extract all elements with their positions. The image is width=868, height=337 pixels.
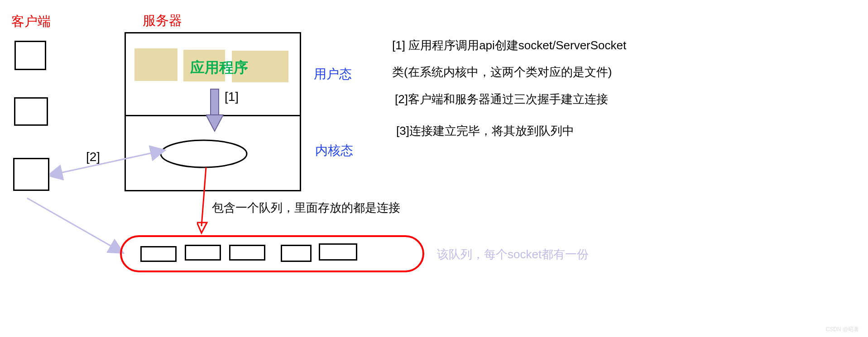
user-mode-label: 用户态 [314, 66, 352, 83]
svg-line-9 [27, 198, 122, 252]
step1-ref: [1] [225, 90, 239, 104]
queue-desc: 包含一个队列，里面存放的都是连接 [212, 200, 400, 216]
kernel-mode-label: 内核态 [315, 142, 353, 159]
client-label: 客户端 [11, 13, 51, 31]
queue-item-5 [319, 243, 357, 261]
svg-rect-0 [211, 89, 219, 117]
explain-3: [3]连接建立完毕，将其放到队列中 [396, 123, 574, 139]
svg-line-5 [54, 152, 158, 174]
svg-line-6 [201, 167, 206, 226]
app-label: 应用程序 [190, 58, 248, 78]
watermark: CSDN @昭著 [825, 326, 859, 333]
client-box-2 [14, 97, 48, 126]
beige-box-1 [134, 48, 177, 81]
queue-item-3 [229, 245, 265, 261]
queue-note: 该队列，每个socket都有一份 [437, 247, 589, 262]
queue-item-2 [185, 245, 221, 261]
svg-point-2 [161, 140, 247, 167]
arrow-1-down-icon [206, 87, 224, 132]
client-box-3 [13, 158, 49, 191]
client-box-1 [14, 41, 46, 70]
explain-2: [2]客户端和服务器通过三次握手建立连接 [395, 91, 608, 107]
server-label: 服务器 [143, 12, 182, 30]
arrow-client-queue-icon [23, 194, 131, 261]
kernel-ellipse-icon [158, 138, 249, 170]
explain-1b: 类(在系统内核中，这两个类对应的是文件) [392, 64, 612, 80]
queue-item-1 [140, 246, 177, 262]
svg-marker-1 [206, 115, 223, 131]
explain-1a: [1] 应用程序调用api创建socket/ServerSocket [392, 38, 626, 53]
queue-item-4 [281, 245, 312, 262]
arrow-2-bidirectional-icon [50, 145, 168, 181]
